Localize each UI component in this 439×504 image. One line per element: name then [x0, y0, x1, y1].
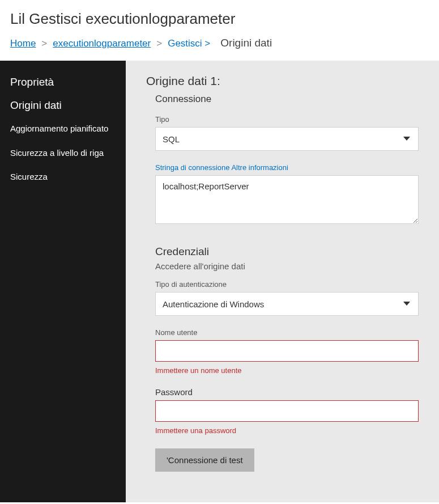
sidebar: Proprietà Origini dati Aggiornamento pia…: [0, 61, 126, 502]
datasource-title: Origine dati 1:: [146, 74, 419, 88]
auth-type-label: Tipo di autenticazione: [155, 280, 419, 289]
type-label: Tipo: [155, 115, 419, 124]
username-error: Immettere un nome utente: [155, 366, 419, 375]
username-label: Nome utente: [155, 328, 419, 337]
password-input[interactable]: [155, 400, 419, 422]
sidebar-item-properties[interactable]: Proprietà: [0, 71, 126, 94]
chevron-right-icon: >: [39, 38, 49, 49]
password-label: Password: [155, 387, 419, 397]
sidebar-item-scheduled-refresh[interactable]: Aggiornamento pianificato: [0, 117, 126, 141]
chevron-right-icon: >: [154, 38, 164, 49]
credentials-heading: Credenziali: [155, 245, 419, 258]
page-header: Lil Gestisci executionlogparameter Home …: [0, 0, 439, 61]
breadcrumb-manage[interactable]: Gestisci >: [168, 38, 210, 49]
content-pane: Origine dati 1: Connessione Tipo SQL Str…: [126, 61, 439, 502]
sidebar-item-datasources[interactable]: Origini dati: [0, 94, 126, 117]
credentials-subtext: Accedere all'origine dati: [155, 261, 419, 271]
page-title: Lil Gestisci executionlogparameter: [10, 10, 429, 28]
connection-string-label[interactable]: Stringa di connessione Altre informazion…: [155, 163, 419, 172]
auth-type-select[interactable]: Autenticazione di Windows: [155, 292, 419, 316]
breadcrumb-home[interactable]: Home: [10, 38, 36, 49]
connection-heading: Connessione: [155, 94, 419, 105]
breadcrumb: Home > executionlogparameter > Gestisci …: [10, 37, 429, 49]
type-select[interactable]: SQL: [155, 127, 419, 151]
sidebar-item-row-level-security[interactable]: Sicurezza a livello di riga: [0, 141, 126, 166]
breadcrumb-executionlogparameter[interactable]: executionlogparameter: [53, 38, 151, 49]
test-connection-button[interactable]: 'Connessione di test: [155, 448, 254, 472]
breadcrumb-current: Origini dati: [220, 37, 272, 49]
username-input[interactable]: [155, 340, 419, 362]
connection-string-input[interactable]: localhost;ReportServer: [155, 175, 419, 224]
sidebar-item-security[interactable]: Sicurezza: [0, 165, 126, 189]
password-error: Immettere una password: [155, 426, 419, 435]
